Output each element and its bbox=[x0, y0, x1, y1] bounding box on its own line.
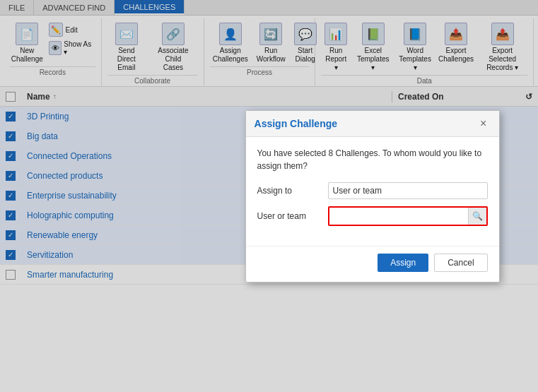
modal-overlay: Assign Challenge × You have selected 8 C… bbox=[0, 0, 538, 392]
modal-close-button[interactable]: × bbox=[476, 117, 491, 131]
modal-header: Assign Challenge × bbox=[246, 111, 499, 137]
modal-description: You have selected 8 Challenges. To whom … bbox=[257, 147, 488, 172]
assign-to-row: Assign to bbox=[257, 182, 488, 199]
assign-to-label: Assign to bbox=[257, 186, 328, 196]
search-button[interactable]: 🔍 bbox=[468, 208, 486, 225]
user-or-team-row: User or team 🔍 bbox=[257, 206, 488, 226]
modal-title: Assign Challenge bbox=[255, 118, 337, 129]
user-or-team-input[interactable] bbox=[329, 208, 468, 225]
search-icon: 🔍 bbox=[472, 211, 483, 221]
assign-to-input[interactable] bbox=[328, 182, 488, 199]
assign-button[interactable]: Assign bbox=[378, 254, 428, 272]
user-or-team-field: 🔍 bbox=[328, 206, 488, 226]
modal-body: You have selected 8 Challenges. To whom … bbox=[246, 137, 499, 243]
user-or-team-label: User or team bbox=[257, 211, 328, 221]
cancel-button[interactable]: Cancel bbox=[434, 254, 487, 272]
assign-challenge-modal: Assign Challenge × You have selected 8 C… bbox=[245, 110, 500, 283]
modal-footer: Assign Cancel bbox=[246, 246, 499, 282]
